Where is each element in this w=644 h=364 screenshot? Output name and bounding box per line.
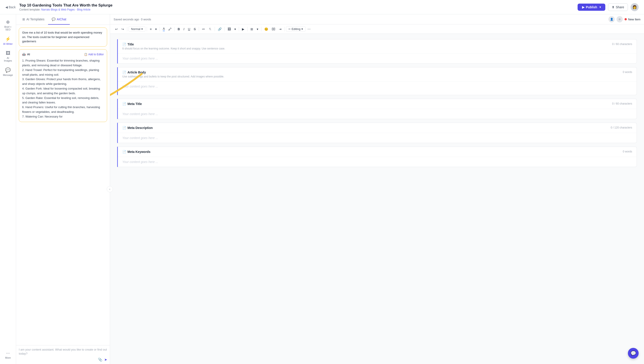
support-chat-bubble[interactable]: 💬 bbox=[628, 348, 639, 359]
meta-desc-section-wrapper: 📄 Meta Description 0 / 120 characters Yo… bbox=[117, 123, 637, 143]
add-to-editor-button[interactable]: 📋 Add to Editor bbox=[84, 53, 104, 56]
emoji-button[interactable]: 😊 bbox=[263, 26, 270, 32]
indent-button[interactable]: ⇥ bbox=[277, 26, 283, 32]
publish-chevron-icon: ▾ bbox=[600, 6, 601, 9]
underline-button[interactable]: U bbox=[186, 26, 192, 32]
ai-images-icon: 🖼 bbox=[6, 51, 10, 56]
toolbar-separator bbox=[239, 27, 239, 31]
title-section-wrapper: 📄 Title It should focus on the learning … bbox=[117, 39, 637, 64]
attach-button[interactable]: 📎 bbox=[98, 357, 102, 362]
table-chevron-button[interactable]: ▾ bbox=[255, 26, 260, 32]
user-message-text: Give me a list of 10 tools that would be… bbox=[22, 31, 102, 43]
editing-label: Editing bbox=[292, 27, 300, 31]
meta-title-placeholder: Your content goes here ... bbox=[122, 112, 632, 116]
collaborator-icon: 👤 bbox=[608, 16, 615, 22]
send-button[interactable]: ➤ bbox=[104, 357, 107, 362]
tab-label: AIChat bbox=[57, 18, 66, 21]
clear-format-button[interactable]: ⌧ bbox=[270, 26, 277, 32]
share-button[interactable]: ⬆ Share bbox=[608, 3, 628, 11]
article-section-desc: Use subheadings and bullets to keep the … bbox=[122, 75, 224, 78]
align-chevron-button[interactable]: ▾ bbox=[154, 26, 158, 32]
format-style-select[interactable]: Normal ▾ bbox=[128, 26, 145, 32]
word-count: 0 words bbox=[141, 18, 151, 21]
page-title: Top 10 Gardening Tools That Are Worth th… bbox=[19, 3, 574, 8]
meta-title-body[interactable]: Your content goes here ... bbox=[118, 109, 636, 119]
color-indicator: A bbox=[163, 27, 165, 31]
section-doc-icon: 📄 bbox=[122, 126, 126, 130]
header-actions: ▶ Publish ▾ ⬆ Share 👩 bbox=[578, 3, 639, 11]
image-button[interactable]: 🖼 bbox=[226, 26, 232, 32]
more-options-button[interactable]: ⋯ bbox=[306, 26, 312, 32]
sidebar-item-label: Brief + SEO bbox=[3, 26, 13, 31]
subtitle-prefix: Content template: bbox=[19, 8, 40, 11]
meta-desc-body[interactable]: Your content goes here ... bbox=[118, 133, 636, 143]
article-section-info: 📄 Article Body Use subheadings and bulle… bbox=[122, 71, 224, 78]
align-button[interactable]: ≡ bbox=[148, 26, 153, 32]
ai-label: 🤖 AI bbox=[22, 52, 30, 57]
share-label: Share bbox=[616, 5, 624, 9]
title-section-desc: It should focus on the learning outcome.… bbox=[122, 47, 225, 50]
undo-button[interactable]: ↩ bbox=[114, 26, 120, 32]
bold-button[interactable]: B bbox=[176, 26, 181, 32]
new-item-button[interactable]: New Item bbox=[624, 18, 640, 21]
highlight-button[interactable]: 🖍 bbox=[167, 26, 173, 32]
text-color-button[interactable]: A bbox=[161, 26, 166, 32]
title-section-info: 📄 Title It should focus on the learning … bbox=[122, 43, 225, 50]
template-link[interactable]: Narrato Blogs & Web Pages - Blog Article bbox=[41, 8, 90, 11]
toolbar-separator bbox=[224, 27, 225, 31]
header-title-area: Top 10 Gardening Tools That Are Worth th… bbox=[19, 3, 574, 11]
toolbar-separator bbox=[261, 27, 262, 31]
user-avatar[interactable]: 👩 bbox=[630, 3, 639, 11]
aichat-icon: 💬 bbox=[52, 18, 56, 21]
image-chevron-button[interactable]: ▾ bbox=[233, 26, 238, 32]
meta-desc-title: 📄 Meta Description bbox=[122, 126, 153, 130]
chat-ai-header: 🤖 AI 📋 Add to Editor bbox=[22, 52, 104, 57]
top-header: ◀ Back Top 10 Gardening Tools That Are W… bbox=[0, 0, 644, 14]
article-body-section: 📄 Article Body Use subheadings and bulle… bbox=[118, 67, 637, 95]
tab-ai-templates[interactable]: ⊞ AI Templates bbox=[19, 14, 48, 25]
tab-aichat[interactable]: 💬 AIChat bbox=[48, 14, 70, 25]
sidebar-item-ai-images[interactable]: 🖼 AI Images bbox=[1, 48, 15, 64]
back-button[interactable]: ◀ Back bbox=[5, 5, 16, 9]
sidebar-item-more[interactable]: ··· More bbox=[1, 348, 15, 361]
sidebar-item-ai-writer[interactable]: ⚡ AI Writer bbox=[1, 34, 15, 48]
panel-collapse-button[interactable]: ‹ bbox=[107, 186, 113, 192]
bullet-list-button[interactable]: ≔ bbox=[200, 26, 206, 32]
redo-button[interactable]: ↪ bbox=[120, 26, 126, 32]
numbered-list-button[interactable]: ⒈ bbox=[207, 26, 213, 32]
link-button[interactable]: 🔗 bbox=[216, 26, 223, 32]
brief-seo-icon: ⊕ bbox=[6, 19, 10, 25]
toolbar-separator bbox=[147, 27, 147, 31]
italic-button[interactable]: I bbox=[182, 26, 186, 32]
meta-desc-section: 📄 Meta Description 0 / 120 characters Yo… bbox=[118, 123, 637, 143]
new-item-label: New Item bbox=[628, 18, 640, 21]
title-section-header: 📄 Title It should focus on the learning … bbox=[118, 39, 636, 54]
avatar-image: 👩 bbox=[632, 5, 637, 9]
strikethrough-button[interactable]: S bbox=[192, 26, 198, 32]
title-placeholder: Your content goes here ... bbox=[122, 57, 632, 60]
play-button[interactable]: ▶ bbox=[240, 26, 246, 32]
ai-writer-icon: ⚡ bbox=[5, 36, 11, 42]
toolbar-separator bbox=[284, 27, 285, 31]
sidebar-item-brief-seo[interactable]: ⊕ Brief + SEO bbox=[1, 17, 15, 33]
message-icon: 💬 bbox=[5, 67, 11, 73]
support-chat-icon: 💬 bbox=[630, 350, 636, 356]
publish-button[interactable]: ▶ Publish ▾ bbox=[578, 4, 605, 11]
editing-badge[interactable]: ✏ Editing ▾ bbox=[286, 26, 306, 32]
editor-content-inner: 📄 Title It should focus on the learning … bbox=[117, 39, 637, 167]
icon-nav: ⊕ Brief + SEO ⚡ AI Writer 🖼 AI Images 💬 … bbox=[0, 14, 16, 364]
page-subtitle: Content template: Narrato Blogs & Web Pa… bbox=[19, 8, 574, 11]
meta-title-section-wrapper: 📄 Meta Title 0 / 60 characters Your cont… bbox=[117, 99, 637, 119]
meta-keywords-body[interactable]: Your content goes here ... bbox=[118, 157, 636, 167]
toolbar-separator bbox=[127, 27, 127, 31]
chat-panel: ⊞ AI Templates 💬 AIChat ‹ Give me a list… bbox=[16, 14, 110, 364]
article-placeholder: Your content goes here ... bbox=[122, 85, 632, 88]
add-to-editor-label: Add to Editor bbox=[88, 53, 104, 56]
title-section-body[interactable]: Your content goes here ... bbox=[118, 54, 636, 63]
sidebar-item-label: More bbox=[5, 356, 11, 359]
sidebar-item-message[interactable]: 💬 Message bbox=[1, 65, 15, 79]
article-section-body[interactable]: Your content goes here ... bbox=[118, 81, 636, 95]
publish-label: Publish bbox=[586, 5, 597, 9]
section-doc-icon: 📄 bbox=[122, 71, 126, 74]
table-button[interactable]: ⊞ bbox=[249, 26, 255, 32]
